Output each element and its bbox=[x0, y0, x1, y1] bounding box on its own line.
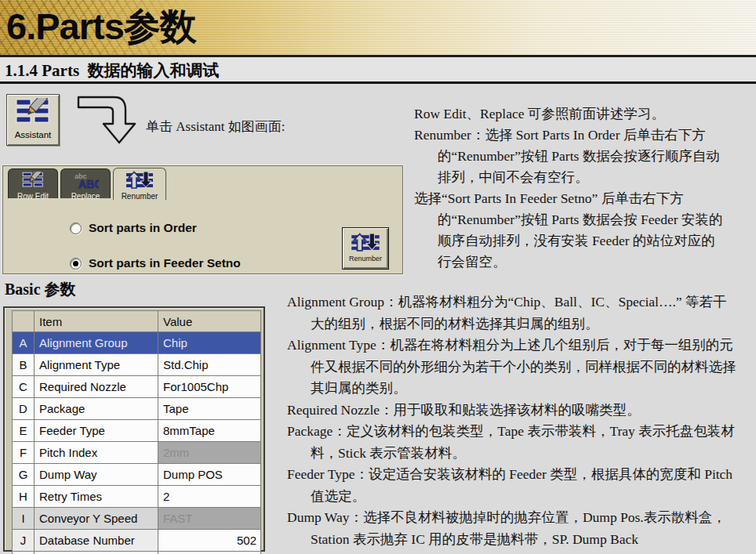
radio-sort-parts-in-order[interactable]: Sort parts in Order bbox=[70, 220, 197, 236]
table-row[interactable]: JDatabase Number502 bbox=[13, 530, 261, 552]
row-key: F bbox=[13, 442, 35, 464]
row-key: K bbox=[13, 552, 35, 554]
radio-icon-checked[interactable] bbox=[70, 258, 82, 270]
row-key: D bbox=[13, 398, 35, 420]
radio-label: Sort parts in Order bbox=[89, 221, 197, 235]
row-item: Required Nozzle bbox=[35, 376, 158, 398]
row-item: Pitch Index bbox=[35, 442, 158, 464]
row-value: Tape bbox=[158, 398, 261, 420]
table-row[interactable]: AAlignment GroupChip bbox=[13, 332, 261, 354]
note-paragraph: Renumber：选择 Sort Parts In Order 后单击右下方的“… bbox=[414, 125, 728, 188]
svg-text:ABC: ABC bbox=[78, 178, 99, 189]
assistant-rows-pencil-icon bbox=[15, 98, 51, 126]
notes-renumber: Row Edit、Replace 可参照前面讲述学习。Renumber：选择 S… bbox=[414, 103, 728, 273]
row-item: Library Name bbox=[35, 552, 158, 554]
table-row[interactable]: FPitch Index2mm bbox=[13, 442, 261, 464]
row-key: A bbox=[13, 332, 35, 354]
row-item: Feeder Type bbox=[35, 420, 158, 442]
row-edit-icon bbox=[21, 172, 45, 189]
header-item: Item bbox=[35, 311, 158, 332]
row-value: 8mmTape bbox=[158, 420, 261, 442]
row-item: Dump Way bbox=[35, 464, 158, 486]
tab-replace[interactable]: abc ABC Replace bbox=[60, 168, 111, 198]
row-key: H bbox=[13, 486, 35, 508]
table-row[interactable]: BAlignment TypeStd.Chip bbox=[13, 354, 261, 376]
row-value: Dump POS bbox=[158, 464, 261, 486]
table-header-row: Item Value bbox=[13, 311, 261, 332]
table-row[interactable]: EFeeder Type8mmTape bbox=[13, 420, 261, 442]
replace-abc-icon: abc ABC bbox=[72, 172, 99, 189]
assistant-button[interactable]: Assistant bbox=[6, 94, 60, 146]
note-paragraph: Required Nozzle：用于吸取和贴装选择该材料的吸嘴类型。 bbox=[287, 400, 739, 422]
table-row[interactable]: DPackageTape bbox=[13, 398, 261, 420]
row-item: Alignment Group bbox=[35, 332, 158, 354]
note-paragraph: Package：定义该材料的包装类型，Tape 表示带装料，Tray 表示托盘包… bbox=[287, 421, 739, 464]
tab-row-edit-label: Row Edit bbox=[9, 192, 57, 201]
note-paragraph: 选择“Sort Parts In Feeder Setno” 后单击右下方的“R… bbox=[414, 188, 728, 273]
radio-label: Sort parts in Feeder Setno bbox=[89, 256, 241, 270]
basic-parameter-table: Item Value AAlignment GroupChipBAlignmen… bbox=[3, 306, 265, 552]
row-value: FAST bbox=[158, 508, 261, 530]
page-title: 6.Parts参数 bbox=[6, 0, 196, 53]
row-key: I bbox=[13, 508, 35, 530]
row-item: Package bbox=[35, 398, 158, 420]
radio-icon[interactable] bbox=[70, 223, 82, 234]
note-paragraph: Alignment Type：机器在将材料粗分为上述几个组别后，对于每一组别的元… bbox=[287, 335, 739, 400]
slide: 6.Parts参数 1.1.4 Parts 数据的输入和调试 Assistant… bbox=[0, 0, 756, 554]
note-paragraph: Dump Way：选择不良材料被抛掉时的抛弃位置，Dump Pos.表示散料盒，… bbox=[287, 507, 739, 550]
subtitle-bar: 1.1.4 Parts 数据的输入和调试 bbox=[0, 57, 756, 84]
row-value: For1005Chp bbox=[158, 376, 261, 398]
row-key: G bbox=[13, 464, 35, 486]
row-key: C bbox=[13, 376, 35, 398]
title-band: 6.Parts参数 bbox=[0, 0, 756, 57]
radio-sort-parts-in-feeder-setno[interactable]: Sort parts in Feeder Setno bbox=[70, 255, 241, 271]
row-key: J bbox=[13, 530, 35, 552]
notes-parameters: Alignment Group：机器将材料粗分为“Chip、Ball、IC、Sp… bbox=[287, 291, 739, 550]
row-value: 502 bbox=[158, 530, 261, 552]
row-item: Alignment Type bbox=[35, 354, 158, 376]
row-value: Chip bbox=[158, 332, 261, 354]
row-key: E bbox=[13, 420, 35, 442]
tab-renumber-label: Renumber bbox=[114, 192, 165, 201]
table-row[interactable]: GDump WayDump POS bbox=[13, 464, 261, 486]
row-value: Std.Chip bbox=[158, 354, 261, 376]
assistant-button-label: Assistant bbox=[7, 130, 59, 139]
row-key: B bbox=[13, 354, 35, 376]
tab-renumber[interactable]: Renumber bbox=[113, 168, 166, 200]
row-value bbox=[158, 552, 261, 554]
basic-table-body: AAlignment GroupChipBAlignment TypeStd.C… bbox=[13, 332, 261, 554]
curved-down-arrow-icon bbox=[72, 88, 144, 155]
table-row[interactable]: IConveyor Y SpeedFAST bbox=[13, 508, 261, 530]
row-value: 2mm bbox=[158, 442, 261, 464]
header-value: Value bbox=[158, 311, 261, 332]
note-paragraph: Alignment Group：机器将材料粗分为“Chip、Ball、IC、Sp… bbox=[287, 291, 739, 335]
renumber-button[interactable]: Renumber bbox=[342, 227, 389, 270]
renumber-button-label: Renumber bbox=[343, 255, 388, 263]
table-row[interactable]: KLibrary Name bbox=[13, 552, 261, 554]
row-item: Retry Times bbox=[35, 486, 158, 508]
renumber-arrows-icon bbox=[125, 171, 154, 189]
section-subtitle: 1.1.4 Parts 数据的输入和调试 bbox=[5, 60, 220, 81]
renumber-arrows-icon bbox=[351, 233, 380, 252]
tab-row-edit[interactable]: Row Edit bbox=[8, 168, 58, 198]
renumber-dialog: Row Edit abc ABC Replace Renumber Sort p… bbox=[2, 165, 403, 274]
note-paragraph: Row Edit、Replace 可参照前面讲述学习。 bbox=[414, 103, 728, 125]
row-value: 2 bbox=[158, 486, 261, 508]
header-corner bbox=[13, 311, 35, 332]
row-item: Conveyor Y Speed bbox=[35, 508, 158, 530]
row-item: Database Number bbox=[35, 530, 158, 552]
tab-replace-label: Replace bbox=[61, 192, 110, 201]
assistant-caption: 单击 Assistant 如图画面: bbox=[146, 118, 285, 136]
table-row[interactable]: CRequired NozzleFor1005Chp bbox=[13, 376, 261, 398]
note-paragraph: Feeder Type：设定适合安装该材料的 Feeder 类型，根据具体的宽度… bbox=[287, 464, 739, 507]
basic-table-caption: Basic 参数 bbox=[5, 279, 76, 300]
table-row[interactable]: HRetry Times2 bbox=[13, 486, 261, 508]
